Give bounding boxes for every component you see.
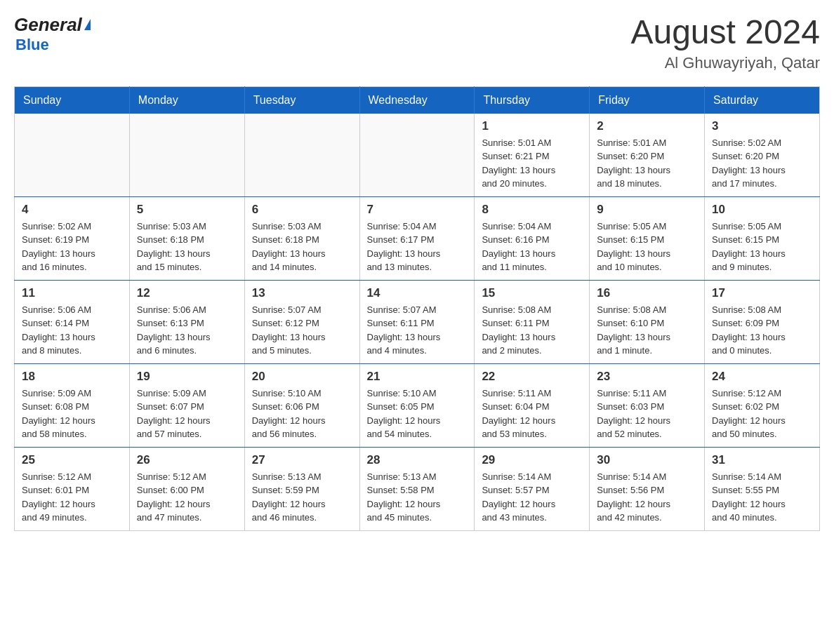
logo-blue-text: Blue: [14, 36, 91, 54]
day-cell: 1Sunrise: 5:01 AM Sunset: 6:21 PM Daylig…: [475, 114, 590, 197]
day-info: Sunrise: 5:08 AM Sunset: 6:11 PM Dayligh…: [482, 303, 582, 358]
day-cell: 25Sunrise: 5:12 AM Sunset: 6:01 PM Dayli…: [15, 447, 130, 530]
day-cell: 9Sunrise: 5:05 AM Sunset: 6:15 PM Daylig…: [590, 196, 705, 280]
day-number: 17: [712, 286, 812, 300]
day-info: Sunrise: 5:07 AM Sunset: 6:12 PM Dayligh…: [252, 303, 352, 358]
day-number: 30: [597, 453, 697, 467]
day-number: 27: [252, 453, 352, 467]
day-info: Sunrise: 5:14 AM Sunset: 5:57 PM Dayligh…: [482, 470, 582, 525]
day-cell: 26Sunrise: 5:12 AM Sunset: 6:00 PM Dayli…: [129, 447, 244, 530]
day-number: 23: [597, 370, 697, 384]
day-number: 6: [252, 203, 352, 217]
day-number: 7: [367, 203, 468, 217]
day-info: Sunrise: 5:03 AM Sunset: 6:18 PM Dayligh…: [137, 220, 237, 274]
calendar-table: SundayMondayTuesdayWednesdayThursdayFrid…: [14, 86, 820, 531]
day-cell: [244, 114, 359, 197]
logo: General Blue: [14, 14, 91, 54]
day-number: 31: [712, 453, 812, 467]
day-cell: 20Sunrise: 5:10 AM Sunset: 6:06 PM Dayli…: [244, 363, 359, 447]
calendar-body: 1Sunrise: 5:01 AM Sunset: 6:21 PM Daylig…: [15, 114, 820, 531]
day-cell: 27Sunrise: 5:13 AM Sunset: 5:59 PM Dayli…: [244, 447, 359, 530]
day-number: 20: [252, 370, 352, 384]
day-info: Sunrise: 5:14 AM Sunset: 5:56 PM Dayligh…: [597, 470, 697, 525]
day-info: Sunrise: 5:12 AM Sunset: 6:02 PM Dayligh…: [712, 387, 812, 441]
day-number: 12: [137, 286, 237, 300]
header-saturday: Saturday: [705, 86, 820, 114]
day-number: 2: [597, 119, 697, 133]
day-number: 14: [367, 286, 468, 300]
header-wednesday: Wednesday: [359, 86, 475, 114]
day-info: Sunrise: 5:05 AM Sunset: 6:15 PM Dayligh…: [597, 220, 697, 274]
day-info: Sunrise: 5:02 AM Sunset: 6:20 PM Dayligh…: [712, 136, 812, 191]
day-cell: 19Sunrise: 5:09 AM Sunset: 6:07 PM Dayli…: [129, 363, 244, 447]
day-cell: 24Sunrise: 5:12 AM Sunset: 6:02 PM Dayli…: [705, 363, 820, 447]
day-cell: 14Sunrise: 5:07 AM Sunset: 6:11 PM Dayli…: [359, 280, 475, 363]
day-info: Sunrise: 5:09 AM Sunset: 6:08 PM Dayligh…: [22, 387, 122, 441]
day-cell: 5Sunrise: 5:03 AM Sunset: 6:18 PM Daylig…: [129, 196, 244, 280]
calendar-header: SundayMondayTuesdayWednesdayThursdayFrid…: [15, 86, 820, 114]
day-cell: 23Sunrise: 5:11 AM Sunset: 6:03 PM Dayli…: [590, 363, 705, 447]
day-info: Sunrise: 5:04 AM Sunset: 6:16 PM Dayligh…: [482, 220, 582, 274]
day-number: 25: [22, 453, 122, 467]
day-cell: 10Sunrise: 5:05 AM Sunset: 6:15 PM Dayli…: [705, 196, 820, 280]
day-info: Sunrise: 5:05 AM Sunset: 6:15 PM Dayligh…: [712, 220, 812, 274]
day-number: 13: [252, 286, 352, 300]
day-number: 29: [482, 453, 582, 467]
day-info: Sunrise: 5:06 AM Sunset: 6:14 PM Dayligh…: [22, 303, 122, 358]
title-section: August 2024 Al Ghuwayriyah, Qatar: [630, 14, 820, 72]
day-cell: [129, 114, 244, 197]
day-cell: 8Sunrise: 5:04 AM Sunset: 6:16 PM Daylig…: [475, 196, 590, 280]
page-header: General Blue August 2024 Al Ghuwayriyah,…: [14, 14, 820, 72]
day-number: 26: [137, 453, 237, 467]
day-info: Sunrise: 5:06 AM Sunset: 6:13 PM Dayligh…: [137, 303, 237, 358]
day-number: 22: [482, 370, 582, 384]
day-cell: 4Sunrise: 5:02 AM Sunset: 6:19 PM Daylig…: [15, 196, 130, 280]
day-number: 1: [482, 119, 582, 133]
header-monday: Monday: [129, 86, 244, 114]
day-cell: [359, 114, 475, 197]
day-cell: 17Sunrise: 5:08 AM Sunset: 6:09 PM Dayli…: [705, 280, 820, 363]
day-number: 11: [22, 286, 122, 300]
week-row-1: 1Sunrise: 5:01 AM Sunset: 6:21 PM Daylig…: [15, 114, 820, 197]
day-number: 5: [137, 203, 237, 217]
day-info: Sunrise: 5:08 AM Sunset: 6:09 PM Dayligh…: [712, 303, 812, 358]
day-cell: [15, 114, 130, 197]
day-info: Sunrise: 5:14 AM Sunset: 5:55 PM Dayligh…: [712, 470, 812, 525]
day-info: Sunrise: 5:11 AM Sunset: 6:04 PM Dayligh…: [482, 387, 582, 441]
day-cell: 29Sunrise: 5:14 AM Sunset: 5:57 PM Dayli…: [475, 447, 590, 530]
day-info: Sunrise: 5:01 AM Sunset: 6:21 PM Dayligh…: [482, 136, 582, 191]
day-info: Sunrise: 5:13 AM Sunset: 5:58 PM Dayligh…: [367, 470, 468, 525]
day-info: Sunrise: 5:13 AM Sunset: 5:59 PM Dayligh…: [252, 470, 352, 525]
location-subtitle: Al Ghuwayriyah, Qatar: [630, 54, 820, 72]
day-number: 8: [482, 203, 582, 217]
day-number: 3: [712, 119, 812, 133]
day-cell: 28Sunrise: 5:13 AM Sunset: 5:58 PM Dayli…: [359, 447, 475, 530]
header-friday: Friday: [590, 86, 705, 114]
day-cell: 22Sunrise: 5:11 AM Sunset: 6:04 PM Dayli…: [475, 363, 590, 447]
day-number: 4: [22, 203, 122, 217]
day-info: Sunrise: 5:01 AM Sunset: 6:20 PM Dayligh…: [597, 136, 697, 191]
header-tuesday: Tuesday: [244, 86, 359, 114]
day-info: Sunrise: 5:02 AM Sunset: 6:19 PM Dayligh…: [22, 220, 122, 274]
month-year-title: August 2024: [630, 14, 820, 51]
day-cell: 31Sunrise: 5:14 AM Sunset: 5:55 PM Dayli…: [705, 447, 820, 530]
day-cell: 18Sunrise: 5:09 AM Sunset: 6:08 PM Dayli…: [15, 363, 130, 447]
day-info: Sunrise: 5:09 AM Sunset: 6:07 PM Dayligh…: [137, 387, 237, 441]
day-number: 16: [597, 286, 697, 300]
day-info: Sunrise: 5:04 AM Sunset: 6:17 PM Dayligh…: [367, 220, 468, 274]
day-number: 28: [367, 453, 468, 467]
day-number: 15: [482, 286, 582, 300]
day-cell: 21Sunrise: 5:10 AM Sunset: 6:05 PM Dayli…: [359, 363, 475, 447]
day-number: 19: [137, 370, 237, 384]
day-cell: 30Sunrise: 5:14 AM Sunset: 5:56 PM Dayli…: [590, 447, 705, 530]
day-cell: 13Sunrise: 5:07 AM Sunset: 6:12 PM Dayli…: [244, 280, 359, 363]
day-cell: 7Sunrise: 5:04 AM Sunset: 6:17 PM Daylig…: [359, 196, 475, 280]
day-number: 9: [597, 203, 697, 217]
day-cell: 12Sunrise: 5:06 AM Sunset: 6:13 PM Dayli…: [129, 280, 244, 363]
day-info: Sunrise: 5:12 AM Sunset: 6:01 PM Dayligh…: [22, 470, 122, 525]
day-info: Sunrise: 5:03 AM Sunset: 6:18 PM Dayligh…: [252, 220, 352, 274]
day-cell: 11Sunrise: 5:06 AM Sunset: 6:14 PM Dayli…: [15, 280, 130, 363]
week-row-2: 4Sunrise: 5:02 AM Sunset: 6:19 PM Daylig…: [15, 196, 820, 280]
logo-general-text: General: [14, 14, 82, 36]
day-cell: 15Sunrise: 5:08 AM Sunset: 6:11 PM Dayli…: [475, 280, 590, 363]
